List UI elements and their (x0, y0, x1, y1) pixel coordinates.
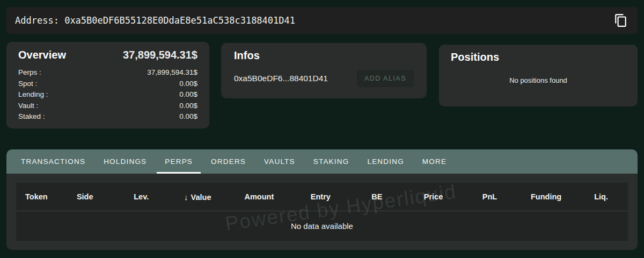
overview-title: Overview (18, 49, 66, 61)
address-value: 0xa5B0eDF6B55128E0DdaE8e51aC538c3188401D… (64, 15, 295, 26)
column-header-pnl[interactable]: PnL (462, 192, 518, 201)
tab-holdings[interactable]: HOLDINGS (94, 149, 156, 174)
sort-descending-icon: ↓ (184, 192, 188, 202)
stat-value: 0.00$ (179, 111, 197, 123)
overview-row-vault: Vault : 0.00$ (18, 101, 197, 112)
stat-value: 0.00$ (179, 78, 197, 90)
column-header-amount[interactable]: Amount (226, 192, 292, 201)
column-header-entry[interactable]: Entry (292, 192, 349, 201)
tab-staking[interactable]: STAKING (304, 149, 358, 174)
overview-card: Overview 37,899,594.31$ Perps : 37,899,5… (6, 42, 209, 128)
overview-row-staked: Staked : 0.00$ (18, 111, 197, 123)
tab-bar: TRANSACTIONS HOLDINGS PERPS ORDERS VAULT… (6, 149, 638, 174)
column-header-funding[interactable]: Funding (518, 192, 574, 201)
address-bar: Address: 0xa5B0eDF6B55128E0DdaE8e51aC538… (6, 7, 638, 34)
add-alias-button[interactable]: ADD ALIAS (357, 70, 414, 87)
stat-value: 0.00$ (179, 89, 197, 101)
column-header-value-label: Value (191, 193, 211, 202)
positions-card: Positions No positions found (439, 45, 638, 106)
stat-label: Spot : (18, 78, 37, 90)
perps-table: Token Side Lev. ↓Value Amount Entry BE P… (16, 183, 628, 241)
column-header-side[interactable]: Side (57, 192, 113, 201)
tab-perps[interactable]: PERPS (156, 149, 202, 174)
overview-total-value: 37,899,594.31$ (123, 49, 197, 61)
overview-row-lending: Lending : 0.00$ (18, 89, 197, 101)
column-header-lev[interactable]: Lev. (113, 192, 170, 201)
tab-lending[interactable]: LENDING (358, 149, 413, 174)
perps-table-header: Token Side Lev. ↓Value Amount Entry BE P… (16, 183, 628, 211)
column-header-value[interactable]: ↓Value (170, 192, 226, 202)
tab-transactions[interactable]: TRANSACTIONS (12, 149, 94, 174)
portfolio-panel: TRANSACTIONS HOLDINGS PERPS ORDERS VAULT… (6, 149, 638, 250)
column-header-token[interactable]: Token (16, 192, 57, 201)
positions-title: Positions (451, 51, 626, 63)
stat-label: Lending : (18, 89, 48, 101)
short-address: 0xa5B0eDF6...88401D41 (234, 74, 328, 83)
no-data-message: No data available (291, 221, 353, 231)
tab-more[interactable]: MORE (413, 149, 456, 174)
stat-label: Vault : (18, 101, 38, 112)
column-header-liq[interactable]: Liq. (574, 192, 628, 201)
infos-title: Infos (234, 49, 414, 62)
perps-table-empty-row: No data available (16, 211, 628, 240)
infos-card: Infos 0xa5B0eDF6...88401D41 ADD ALIAS (221, 43, 427, 98)
copy-address-button[interactable] (613, 12, 629, 28)
stat-label: Staked : (18, 111, 45, 123)
column-header-price[interactable]: Price (405, 192, 462, 201)
stat-value: 0.00$ (179, 101, 197, 112)
overview-row-spot: Spot : 0.00$ (18, 78, 197, 90)
copy-icon (614, 13, 628, 27)
address-prefix: Address: (15, 15, 59, 26)
column-header-be[interactable]: BE (349, 192, 405, 201)
tab-orders[interactable]: ORDERS (202, 149, 255, 174)
stat-label: Perps : (18, 67, 41, 78)
overview-row-perps: Perps : 37,899,594.31$ (18, 67, 197, 78)
stat-value: 37,899,594.31$ (147, 67, 197, 78)
tab-vaults[interactable]: VAULTS (255, 149, 304, 174)
positions-empty-message: No positions found (451, 76, 626, 84)
address-label: Address: 0xa5B0eDF6B55128E0DdaE8e51aC538… (15, 15, 295, 26)
